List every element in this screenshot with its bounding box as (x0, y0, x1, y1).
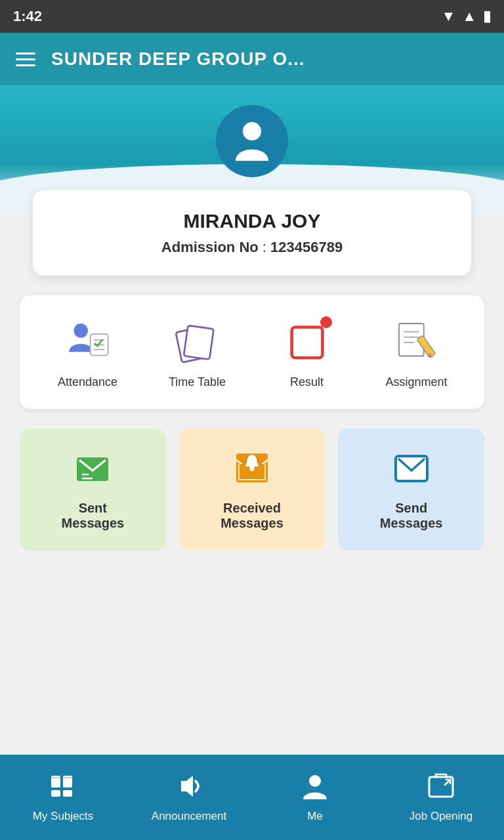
announcement-label: Announcement (152, 810, 226, 823)
result-icon (281, 315, 333, 368)
svg-rect-24 (51, 777, 60, 778)
attendance-action[interactable]: Attendance (49, 315, 127, 389)
messages-section: SentMessages ReceivedMessages (20, 429, 484, 551)
app-header: SUNDER DEEP GROUP O... (0, 33, 504, 85)
attendance-icon (62, 315, 114, 368)
send-messages-card[interactable]: SendMessages (338, 429, 484, 551)
admission-number: 123456789 (270, 239, 343, 255)
me-label: Me (307, 810, 323, 823)
job-opening-label: Job Opening (410, 810, 472, 823)
result-action[interactable]: Result (268, 315, 346, 389)
profile-card: MIRANDA JOY Admission No : 123456789 (33, 190, 471, 276)
avatar (216, 105, 288, 177)
attendance-label: Attendance (58, 375, 117, 389)
profile-admission: Admission No : 123456789 (59, 239, 445, 256)
svg-point-29 (309, 775, 321, 787)
profile-name: MIRANDA JOY (59, 210, 445, 232)
sent-messages-label: SentMessages (62, 501, 125, 531)
job-opening-icon (427, 772, 455, 805)
announcement-icon (175, 772, 203, 805)
my-subjects-icon (49, 772, 77, 805)
sent-messages-card[interactable]: SentMessages (20, 429, 166, 551)
me-icon (301, 772, 329, 805)
svg-rect-7 (183, 326, 213, 360)
svg-rect-27 (51, 790, 60, 797)
assignment-label: Assignment (385, 375, 447, 389)
status-time: 1:42 (13, 8, 42, 25)
svg-rect-28 (63, 790, 72, 797)
battery-icon: ▮ (483, 8, 491, 25)
timetable-action[interactable]: Time Table (158, 315, 237, 389)
avatar-person-icon (229, 118, 275, 164)
send-messages-icon (392, 448, 431, 490)
status-bar: 1:42 ▼ ▲ ▮ (0, 0, 504, 33)
nav-announcement[interactable]: Announcement (150, 772, 228, 823)
assignment-action[interactable]: Assignment (377, 315, 456, 389)
wifi-icon: ▼ (441, 8, 455, 25)
my-subjects-label: My Subjects (33, 810, 94, 823)
timetable-label: Time Table (169, 375, 226, 389)
svg-rect-26 (63, 777, 72, 778)
header-title: SUNDER DEEP GROUP O... (51, 49, 305, 70)
svg-point-1 (74, 324, 88, 338)
nav-my-subjects[interactable]: My Subjects (24, 772, 102, 823)
hamburger-button[interactable] (16, 52, 35, 66)
svg-point-0 (243, 122, 261, 140)
status-icons: ▼ ▲ ▮ (441, 8, 491, 25)
assignment-icon (390, 315, 443, 368)
quick-actions: Attendance Time Table Result (20, 295, 484, 409)
received-messages-label: ReceivedMessages (220, 501, 284, 531)
received-messages-card[interactable]: ReceivedMessages (179, 429, 326, 551)
sent-messages-icon (73, 448, 112, 490)
signal-icon: ▲ (462, 8, 476, 25)
bottom-navigation: My Subjects Announcement Me (0, 755, 504, 840)
result-label: Result (290, 375, 324, 389)
send-messages-label: SendMessages (380, 501, 443, 531)
nav-job-opening[interactable]: Job Opening (402, 772, 480, 823)
timetable-icon (171, 315, 224, 368)
received-messages-icon (232, 448, 272, 490)
svg-rect-8 (291, 327, 322, 358)
result-notification (320, 316, 332, 328)
svg-point-21 (250, 467, 254, 471)
nav-me[interactable]: Me (276, 772, 354, 823)
